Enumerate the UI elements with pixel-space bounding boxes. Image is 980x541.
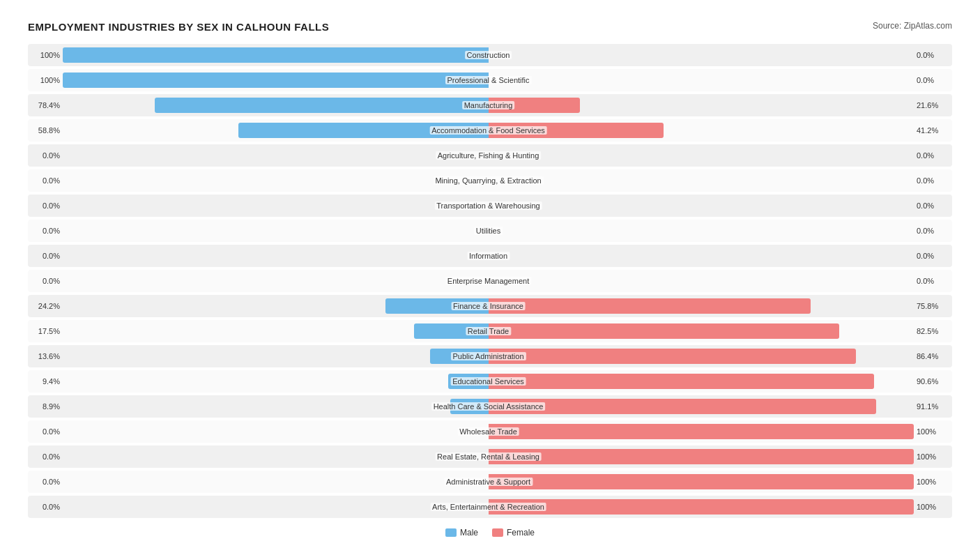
bar-area: Transportation & Warehousing xyxy=(63,195,914,217)
female-bar xyxy=(489,424,914,439)
bar-area: Accommodation & Food Services xyxy=(63,119,914,142)
male-bar xyxy=(63,47,489,63)
table-row: 0.0% Agriculture, Fishing & Hunting 0.0% xyxy=(28,144,952,167)
male-value: 78.4% xyxy=(28,101,63,109)
table-row: 0.0% Arts, Entertainment & Recreation 10… xyxy=(28,496,952,518)
bar-area: Retail Trade xyxy=(63,320,914,342)
bar-label: Finance & Insurance xyxy=(451,302,526,310)
bar-area: Manufacturing xyxy=(63,94,914,116)
female-value: 21.6% xyxy=(914,101,952,109)
female-value: 0.0% xyxy=(914,151,952,160)
female-value: 0.0% xyxy=(914,51,952,59)
female-value: 91.1% xyxy=(914,402,952,411)
female-bar xyxy=(489,374,874,389)
bar-label: Information xyxy=(467,252,510,260)
female-value: 86.4% xyxy=(914,352,952,360)
female-value: 82.5% xyxy=(914,327,952,335)
female-bar xyxy=(489,449,914,464)
table-row: 24.2% Finance & Insurance 75.8% xyxy=(28,295,952,317)
female-value: 0.0% xyxy=(914,201,952,210)
male-value: 100% xyxy=(28,51,63,59)
bar-area: Real Estate, Rental & Leasing xyxy=(63,445,914,468)
female-value: 0.0% xyxy=(914,252,952,260)
table-row: 0.0% Administrative & Support 100% xyxy=(28,471,952,493)
legend-female: Female xyxy=(492,528,535,538)
chart-source: Source: ZipAtlas.com xyxy=(873,21,952,31)
bar-label: Educational Services xyxy=(450,377,526,386)
bar-label: Wholesale Trade xyxy=(457,427,519,436)
female-bar xyxy=(489,499,914,515)
bar-label: Mining, Quarrying, & Extraction xyxy=(433,176,543,185)
bar-inner: Retail Trade xyxy=(63,323,914,339)
male-value: 0.0% xyxy=(28,252,63,260)
male-value: 0.0% xyxy=(28,478,63,486)
male-bar xyxy=(63,73,489,88)
bar-inner: Administrative & Support xyxy=(63,474,914,489)
female-value: 100% xyxy=(914,478,952,486)
chart-container: EMPLOYMENT INDUSTRIES BY SEX IN CALHOUN … xyxy=(14,14,966,541)
female-bar xyxy=(489,298,811,314)
legend-male: Male xyxy=(445,528,478,538)
bar-label: Administrative & Support xyxy=(444,478,533,486)
table-row: 0.0% Information 0.0% xyxy=(28,245,952,267)
female-value: 0.0% xyxy=(914,277,952,285)
bar-area: Enterprise Management xyxy=(63,270,914,292)
bar-label: Arts, Entertainment & Recreation xyxy=(430,503,546,511)
bar-label: Accommodation & Food Services xyxy=(429,126,547,135)
male-value: 9.4% xyxy=(28,377,63,386)
female-bar xyxy=(489,474,914,489)
bar-label: Enterprise Management xyxy=(445,277,531,285)
male-value: 0.0% xyxy=(28,176,63,185)
table-row: 8.9% Health Care & Social Assistance 91.… xyxy=(28,395,952,418)
bar-area: Construction xyxy=(63,44,914,66)
table-row: 13.6% Public Administration 86.4% xyxy=(28,345,952,367)
legend: Male Female xyxy=(28,528,952,538)
bar-label: Real Estate, Rental & Leasing xyxy=(435,452,542,461)
legend-male-color xyxy=(445,528,457,537)
female-value: 0.0% xyxy=(914,76,952,84)
bar-inner: Mining, Quarrying, & Extraction xyxy=(63,173,914,188)
female-bar xyxy=(489,323,840,339)
legend-female-color xyxy=(492,528,503,537)
table-row: 0.0% Utilities 0.0% xyxy=(28,220,952,242)
chart-header: EMPLOYMENT INDUSTRIES BY SEX IN CALHOUN … xyxy=(28,21,952,33)
female-value: 0.0% xyxy=(914,176,952,185)
male-value: 0.0% xyxy=(28,227,63,235)
male-value: 100% xyxy=(28,76,63,84)
male-value: 58.8% xyxy=(28,126,63,135)
bar-inner: Accommodation & Food Services xyxy=(63,123,914,138)
bar-area: Mining, Quarrying, & Extraction xyxy=(63,169,914,192)
table-row: 0.0% Real Estate, Rental & Leasing 100% xyxy=(28,445,952,468)
bar-inner: Public Administration xyxy=(63,349,914,364)
bar-inner: Enterprise Management xyxy=(63,273,914,289)
bar-inner: Transportation & Warehousing xyxy=(63,198,914,213)
bar-area: Agriculture, Fishing & Hunting xyxy=(63,144,914,167)
table-row: 58.8% Accommodation & Food Services 41.2… xyxy=(28,119,952,142)
female-value: 90.6% xyxy=(914,377,952,386)
male-value: 0.0% xyxy=(28,427,63,436)
bar-inner: Arts, Entertainment & Recreation xyxy=(63,499,914,515)
table-row: 78.4% Manufacturing 21.6% xyxy=(28,94,952,116)
table-row: 0.0% Transportation & Warehousing 0.0% xyxy=(28,195,952,217)
bar-inner: Educational Services xyxy=(63,374,914,389)
bar-inner: Wholesale Trade xyxy=(63,424,914,439)
legend-male-label: Male xyxy=(460,528,478,538)
bar-inner: Information xyxy=(63,248,914,264)
bar-inner: Utilities xyxy=(63,223,914,238)
female-value: 75.8% xyxy=(914,302,952,310)
table-row: 100% Construction 0.0% xyxy=(28,44,952,66)
bar-inner: Construction xyxy=(63,47,914,63)
female-value: 100% xyxy=(914,427,952,436)
male-value: 0.0% xyxy=(28,277,63,285)
female-bar xyxy=(489,399,876,414)
bar-label: Professional & Scientific xyxy=(445,76,532,84)
bar-label: Construction xyxy=(465,51,512,59)
bar-label: Health Care & Social Assistance xyxy=(431,402,546,411)
female-value: 0.0% xyxy=(914,227,952,235)
male-value: 24.2% xyxy=(28,302,63,310)
bar-label: Public Administration xyxy=(450,352,526,360)
bar-inner: Agriculture, Fishing & Hunting xyxy=(63,148,914,163)
table-row: 100% Professional & Scientific 0.0% xyxy=(28,69,952,91)
bar-inner: Finance & Insurance xyxy=(63,298,914,314)
table-row: 0.0% Wholesale Trade 100% xyxy=(28,420,952,443)
